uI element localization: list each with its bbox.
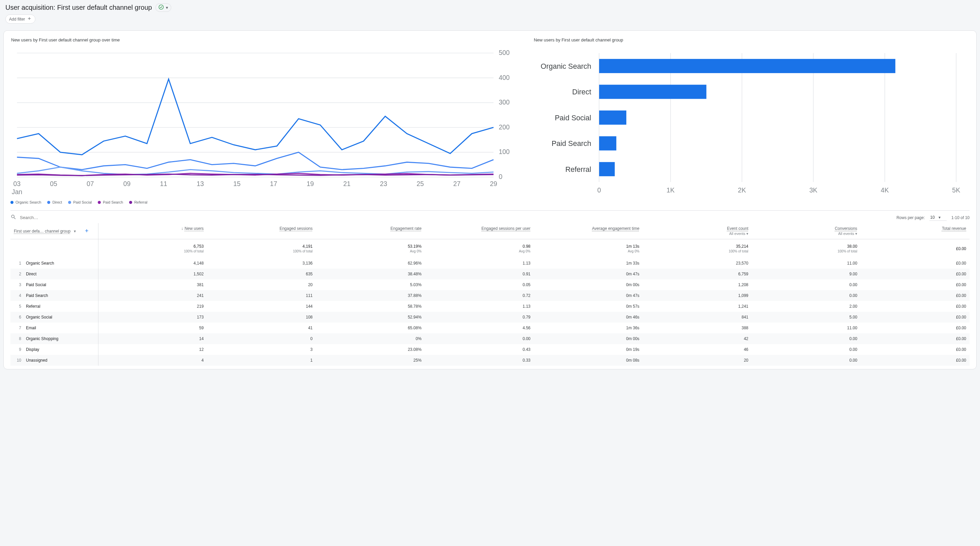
row-index: 4 (14, 293, 21, 298)
column-header-avg_eng_time[interactable]: Average engagement time (534, 223, 643, 239)
cell-engagement_rate: 0% (316, 333, 425, 344)
column-header-esp_user[interactable]: Engaged sessions per user (425, 223, 534, 239)
add-dimension-button[interactable]: + (85, 227, 95, 235)
bar-chart-block: New users by First user default channel … (533, 37, 970, 200)
cell-engaged_sessions: 41 (207, 322, 316, 333)
table-search-input[interactable] (19, 215, 896, 221)
report-status-chip[interactable]: ▾ (156, 3, 171, 12)
cell-esp_user: 0.72 (425, 290, 534, 301)
rows-per-page-select[interactable]: 10 ▾ (929, 214, 947, 221)
cell-total_revenue: £0.00 (861, 333, 970, 344)
svg-text:07: 07 (87, 180, 94, 187)
line-chart-block: New users by First user default channel … (10, 37, 520, 204)
cell-new_users: 12 (98, 344, 207, 355)
cell-esp_user: 0.00 (425, 333, 534, 344)
svg-rect-41 (600, 59, 896, 73)
cell-event_count: 1,241 (643, 301, 752, 312)
table-row[interactable]: 4Paid Search24111137.88%0.720m 47s1,0990… (10, 290, 970, 301)
cell-total_revenue: £0.00 (861, 268, 970, 279)
row-name: Email (26, 325, 36, 330)
cell-event_count: 1,208 (643, 279, 752, 290)
row-name: Paid Social (26, 283, 46, 287)
cell-new_users: 1,502 (98, 268, 207, 279)
cell-engagement_rate: 65.08% (316, 322, 425, 333)
legend-label: Direct (52, 200, 62, 204)
table-row[interactable]: 10Unassigned4125%0.330m 08s200.00£0.00 (10, 355, 970, 366)
svg-text:0: 0 (597, 186, 601, 194)
cell-engagement_rate: 58.78% (316, 301, 425, 312)
legend-swatch-icon (47, 201, 50, 204)
row-index: 3 (14, 283, 21, 287)
table-row[interactable]: 2Direct1,50263538.48%0.910m 47s6,7599.00… (10, 268, 970, 279)
row-index: 9 (14, 347, 21, 352)
row-name: Organic Social (26, 315, 52, 319)
table-pager: Rows per page: 10 ▾ 1-10 of 10 (896, 214, 970, 221)
svg-text:4K: 4K (881, 186, 889, 194)
cell-event_count: 23,570 (643, 258, 752, 268)
chevron-down-icon: ▾ (166, 5, 168, 10)
cell-esp_user: 4.56 (425, 322, 534, 333)
cell-esp_user: 0.79 (425, 312, 534, 322)
cell-engagement_rate: 37.88% (316, 290, 425, 301)
svg-text:29: 29 (490, 180, 497, 187)
table-row[interactable]: 9Display12323.08%0.430m 19s460.00£0.00 (10, 344, 970, 355)
rows-per-page-label: Rows per page: (896, 215, 925, 220)
row-index: 10 (14, 358, 21, 363)
svg-text:2K: 2K (738, 186, 746, 194)
svg-text:17: 17 (270, 180, 277, 187)
column-header-event_count[interactable]: Event countAll events ▾ (643, 223, 752, 239)
dimension-label: First user defa… channel group (14, 229, 70, 233)
column-header-new_users[interactable]: ↓New users (98, 223, 207, 239)
svg-text:23: 23 (380, 180, 387, 187)
cell-engaged_sessions: 144 (207, 301, 316, 312)
table-row[interactable]: 5Referral21914458.78%1.130m 57s1,2412.00… (10, 301, 970, 312)
svg-text:13: 13 (197, 180, 204, 187)
legend-swatch-icon (98, 201, 101, 204)
legend-item[interactable]: Referral (129, 200, 147, 204)
cell-esp_user: 0.05 (425, 279, 534, 290)
column-header-conversions[interactable]: ConversionsAll events ▾ (752, 223, 861, 239)
search-icon (10, 214, 16, 221)
svg-point-0 (159, 5, 163, 9)
row-name: Direct (26, 271, 37, 276)
cell-event_count: 841 (643, 312, 752, 322)
row-name: Paid Search (26, 293, 48, 298)
legend-item[interactable]: Organic Search (10, 200, 41, 204)
svg-text:05: 05 (50, 180, 57, 187)
svg-text:500: 500 (499, 49, 510, 56)
cell-avg_eng_time: 0m 47s (534, 268, 643, 279)
cell-engagement_rate: 23.08% (316, 344, 425, 355)
report-card: New users by First user default channel … (3, 30, 977, 370)
cell-esp_user: 0.33 (425, 355, 534, 366)
legend-label: Paid Social (73, 200, 92, 204)
legend-item[interactable]: Paid Social (68, 200, 92, 204)
cell-engaged_sessions: 20 (207, 279, 316, 290)
cell-esp_user: 1.13 (425, 258, 534, 268)
cell-avg_eng_time: 1m 33s (534, 258, 643, 268)
cell-conversions: 0.00 (752, 333, 861, 344)
table-row[interactable]: 8Organic Shopping1400%0.000m 00s420.00£0… (10, 333, 970, 344)
cell-engaged_sessions: 1 (207, 355, 316, 366)
cell-event_count: 42 (643, 333, 752, 344)
table-row[interactable]: 3Paid Social381205.03%0.050m 00s1,2080.0… (10, 279, 970, 290)
table-row[interactable]: 7Email594165.08%4.561m 36s38811.00£0.00 (10, 322, 970, 333)
svg-text:3K: 3K (810, 186, 818, 194)
line-chart: 0100200300400500030507091113151719212325… (10, 46, 520, 197)
legend-item[interactable]: Paid Search (98, 200, 123, 204)
table-row[interactable]: 1Organic Search4,1483,13662.96%1.131m 33… (10, 258, 970, 268)
cell-avg_eng_time: 0m 00s (534, 279, 643, 290)
column-header-total_revenue[interactable]: Total revenue (861, 223, 970, 239)
line-chart-legend: Organic SearchDirectPaid SocialPaid Sear… (10, 200, 520, 204)
svg-text:25: 25 (417, 180, 424, 187)
table-row[interactable]: 6Organic Social17310852.94%0.790m 46s841… (10, 312, 970, 322)
cell-new_users: 14 (98, 333, 207, 344)
cell-esp_user: 0.91 (425, 268, 534, 279)
column-header-engaged_sessions[interactable]: Engaged sessions (207, 223, 316, 239)
svg-text:Referral: Referral (565, 165, 591, 174)
dimension-header[interactable]: First user defa… channel group ▾ + (10, 223, 98, 239)
column-header-engagement_rate[interactable]: Engagement rate (316, 223, 425, 239)
row-name: Unassigned (26, 358, 47, 363)
cell-avg_eng_time: 0m 47s (534, 290, 643, 301)
add-filter-button[interactable]: Add filter (5, 14, 35, 24)
legend-item[interactable]: Direct (47, 200, 62, 204)
